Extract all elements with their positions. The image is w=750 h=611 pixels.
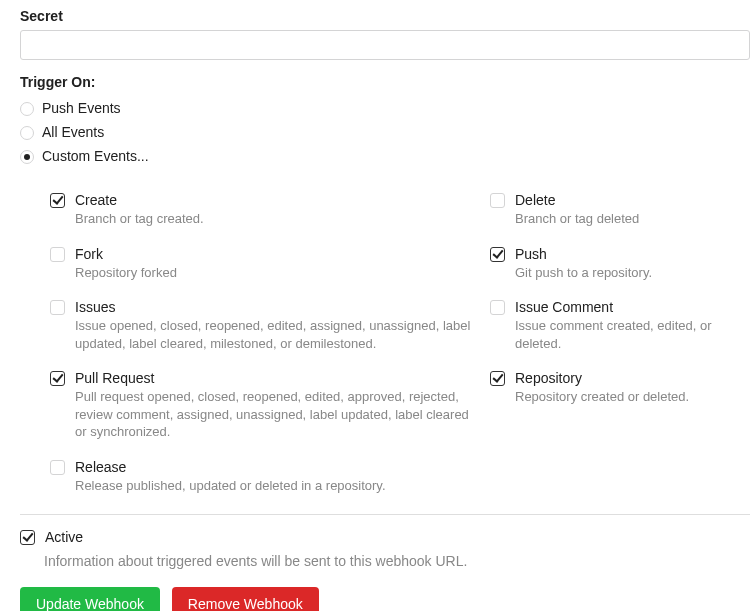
radio-icon: [20, 102, 34, 116]
checkbox-icon: [20, 530, 35, 545]
event-title: Pull Request: [75, 370, 480, 386]
checkbox-icon: [50, 460, 65, 475]
trigger-option-all-events[interactable]: All Events: [20, 120, 750, 144]
radio-icon: [20, 126, 34, 140]
event-pull-request[interactable]: Pull Request Pull request opened, closed…: [50, 370, 480, 441]
trigger-option-custom-events[interactable]: Custom Events...: [20, 144, 750, 168]
event-title: Fork: [75, 246, 480, 262]
divider: [20, 514, 750, 515]
secret-label: Secret: [20, 8, 750, 24]
active-checkbox-row[interactable]: Active: [20, 525, 750, 549]
event-desc: Release published, updated or deleted in…: [75, 477, 480, 495]
checkbox-icon: [490, 371, 505, 386]
event-desc: Git push to a repository.: [515, 264, 750, 282]
active-description: Information about triggered events will …: [44, 553, 750, 569]
checkbox-icon: [50, 371, 65, 386]
event-title: Issue Comment: [515, 299, 750, 315]
event-title: Delete: [515, 192, 750, 208]
checkbox-icon: [490, 247, 505, 262]
radio-label: Push Events: [42, 100, 121, 116]
event-issue-comment[interactable]: Issue Comment Issue comment created, edi…: [490, 299, 750, 352]
radio-icon: [20, 150, 34, 164]
event-desc: Branch or tag deleted: [515, 210, 750, 228]
event-delete[interactable]: Delete Branch or tag deleted: [490, 192, 750, 228]
event-title: Release: [75, 459, 480, 475]
radio-label: Custom Events...: [42, 148, 149, 164]
event-desc: Repository created or deleted.: [515, 388, 750, 406]
checkbox-icon: [50, 300, 65, 315]
checkbox-icon: [50, 247, 65, 262]
event-desc: Pull request opened, closed, reopened, e…: [75, 388, 480, 441]
event-create[interactable]: Create Branch or tag created.: [50, 192, 480, 228]
radio-label: All Events: [42, 124, 104, 140]
checkbox-icon: [50, 193, 65, 208]
event-release[interactable]: Release Release published, updated or de…: [50, 459, 480, 495]
trigger-option-push-events[interactable]: Push Events: [20, 96, 750, 120]
event-issues[interactable]: Issues Issue opened, closed, reopened, e…: [50, 299, 480, 352]
event-desc: Issue comment created, edited, or delete…: [515, 317, 750, 352]
active-label: Active: [45, 529, 83, 545]
event-desc: Branch or tag created.: [75, 210, 480, 228]
event-title: Push: [515, 246, 750, 262]
event-title: Create: [75, 192, 480, 208]
remove-webhook-button[interactable]: Remove Webhook: [172, 587, 319, 611]
event-desc: Repository forked: [75, 264, 480, 282]
checkbox-icon: [490, 193, 505, 208]
event-title: Issues: [75, 299, 480, 315]
events-grid: Create Branch or tag created. Delete Bra…: [20, 182, 750, 514]
secret-input[interactable]: [20, 30, 750, 60]
event-push[interactable]: Push Git push to a repository.: [490, 246, 750, 282]
trigger-on-label: Trigger On:: [20, 74, 750, 90]
update-webhook-button[interactable]: Update Webhook: [20, 587, 160, 611]
checkbox-icon: [490, 300, 505, 315]
event-desc: Issue opened, closed, reopened, edited, …: [75, 317, 480, 352]
event-title: Repository: [515, 370, 750, 386]
event-fork[interactable]: Fork Repository forked: [50, 246, 480, 282]
event-repository[interactable]: Repository Repository created or deleted…: [490, 370, 750, 441]
